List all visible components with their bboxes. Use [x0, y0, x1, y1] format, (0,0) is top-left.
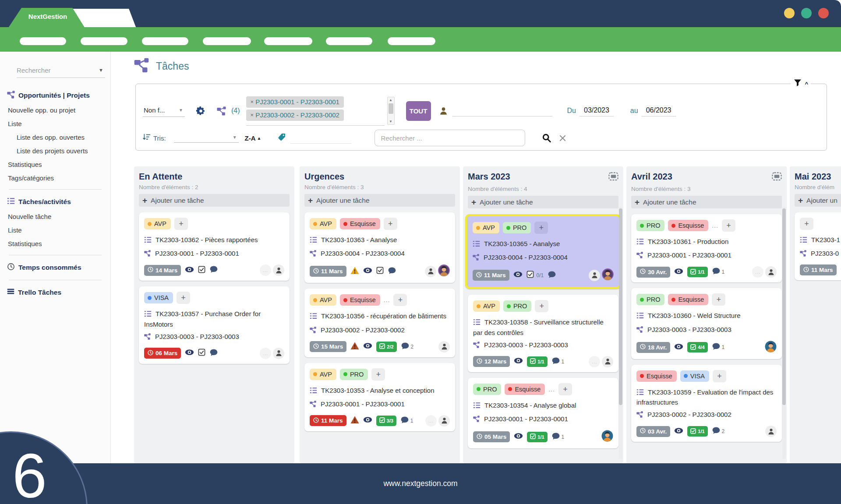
add-task-button[interactable]: +Ajouter une tâche — [304, 194, 455, 207]
comments[interactable]: 1 — [551, 356, 565, 367]
tag-badge-visa[interactable]: VISA — [144, 292, 173, 303]
tag-badge-avp[interactable]: AVP — [473, 222, 499, 233]
sidebar-search-select[interactable]: Rechercher ▼ — [17, 67, 105, 78]
task-card[interactable]: AVPPRO+TK2303-10358 - Surveillance struc… — [468, 295, 618, 372]
comments[interactable]: 1 — [400, 416, 413, 426]
watch-eye-icon[interactable] — [185, 265, 194, 276]
tag-badge-avp[interactable]: AVP — [144, 218, 171, 229]
sidebar-item[interactable]: Nouvelle opp. ou projet — [7, 103, 110, 117]
task-card[interactable]: PROEsquisse...+TK2303-10361 - Production… — [631, 214, 782, 282]
assignee-person-icon[interactable] — [589, 270, 600, 281]
avatar[interactable] — [438, 264, 450, 278]
comments[interactable] — [209, 348, 218, 359]
more-actions-button[interactable]: ... — [425, 415, 437, 426]
nav-item[interactable] — [20, 37, 66, 45]
window-dot-yellow[interactable] — [784, 8, 795, 18]
checklist-complete-badge[interactable]: 1/1 — [527, 356, 547, 367]
watch-eye-icon[interactable] — [363, 415, 372, 426]
watch-eye-icon[interactable] — [674, 426, 683, 437]
task-title-row[interactable]: TK2303-10363 - Aanalyse — [310, 236, 450, 246]
sidebar-item[interactable]: Tags/catégories — [7, 171, 110, 185]
tag-badge-pro[interactable]: PRO — [340, 369, 368, 380]
scroll-up-icon[interactable]: ▲ — [388, 98, 394, 102]
watch-eye-icon[interactable] — [185, 348, 194, 359]
sidebar-item[interactable]: Liste — [7, 223, 110, 237]
watch-eye-icon[interactable] — [674, 342, 683, 353]
task-title-row[interactable]: TK2303-10356 - récupération de bâtiments — [310, 312, 450, 322]
tag-badge-pro[interactable]: PRO — [636, 220, 664, 231]
add-badge-button[interactable]: + — [800, 218, 813, 230]
task-title-row[interactable]: TK2303-10354 - Analyse global — [473, 401, 613, 411]
task-card[interactable]: EsquisseVISA+TK2303-10359 - Evaluation d… — [631, 365, 782, 442]
task-title-row[interactable]: TK2303-10358 - Surveillance structurelle… — [473, 318, 613, 337]
column-screen-icon[interactable] — [772, 172, 782, 183]
more-actions-button[interactable]: ... — [260, 348, 271, 359]
checklist-icon[interactable] — [198, 349, 205, 358]
tag-badge-esquisse[interactable]: Esquisse — [340, 218, 380, 229]
project-chip[interactable]: ×PJ2303-0001 - PJ2303-0001 — [246, 96, 344, 108]
comments[interactable] — [209, 265, 218, 275]
more-actions-button[interactable]: ... — [589, 356, 600, 367]
tag-badge-esquisse[interactable]: Esquisse — [505, 384, 545, 395]
watch-eye-icon[interactable] — [674, 267, 683, 278]
nav-item[interactable] — [81, 37, 127, 45]
add-badge-button[interactable]: + — [174, 218, 188, 230]
task-card[interactable]: AVPEsquisse+TK2303-10363 - AanalysePJ230… — [304, 212, 455, 283]
assignee-person-icon[interactable] — [765, 426, 777, 437]
task-title-row[interactable]: TK2303-10359 - Evaluation de l'impact de… — [636, 388, 777, 407]
add-badge-button[interactable]: + — [712, 293, 725, 306]
sidebar-item[interactable]: Nouvelle tâche — [7, 210, 110, 223]
tag-icon[interactable] — [277, 133, 286, 143]
watch-eye-icon[interactable] — [514, 356, 523, 367]
avatar[interactable] — [602, 268, 614, 282]
comments[interactable]: 1 — [712, 342, 725, 352]
task-project-row[interactable]: PJ2303-0001 - PJ2303-0001 — [473, 415, 613, 423]
sidebar-section-1[interactable]: Tâches/activités — [7, 194, 110, 210]
task-card[interactable]: PROEsquisse...+TK2303-10354 - Analyse gl… — [468, 378, 618, 448]
comments[interactable] — [388, 266, 396, 277]
checklist-complete-badge[interactable]: 1/1 — [687, 267, 707, 277]
window-dot-green[interactable] — [801, 8, 812, 18]
tag-badge-avp[interactable]: AVP — [473, 300, 500, 312]
assignee-person-icon[interactable] — [273, 264, 284, 276]
tag-badge-esquisse[interactable]: Esquisse — [340, 294, 380, 306]
sidebar-section-2[interactable]: Temps consommés — [7, 260, 110, 275]
search-button[interactable] — [542, 133, 551, 143]
assignee-person-icon[interactable] — [602, 356, 613, 367]
sidebar-section-3[interactable]: Trello Tâches — [7, 285, 110, 300]
task-project-row[interactable]: PJ2303-0001 - PJ2303-0001 — [144, 250, 284, 258]
comments[interactable]: 2 — [712, 426, 725, 437]
nav-item[interactable] — [264, 37, 312, 45]
date-to-input[interactable]: 06/2023 — [642, 106, 676, 116]
task-card-highlighted[interactable]: AVPPRO+TK2303-10365 - AanalysePJ2303-000… — [465, 214, 621, 289]
status-filter-select[interactable]: Non f... ▼ — [143, 105, 185, 117]
add-badge-button[interactable]: + — [535, 300, 548, 312]
task-title-row[interactable]: TK2303-10360 - Weld Structure — [636, 311, 777, 321]
task-project-row[interactable]: PJ2303-0003 - PJ2303-0003 — [636, 326, 777, 334]
filter-toggle[interactable]: ^ — [791, 78, 811, 89]
column-scrollbar[interactable] — [619, 207, 622, 459]
assignee-person-icon[interactable] — [273, 348, 284, 359]
nav-item[interactable] — [388, 37, 435, 45]
assignee-person-icon[interactable] — [438, 341, 450, 352]
task-project-row[interactable]: PJ2303-0002 - PJ2303-0002 — [636, 411, 777, 419]
task-project-row[interactable]: PJ2303-0001 - PJ2303-0001 — [310, 400, 450, 409]
task-project-row[interactable]: PJ2303-0003 - PJ2303-0003 — [144, 333, 284, 341]
tag-badge-avp[interactable]: AVP — [310, 369, 336, 380]
checklist-complete-badge[interactable]: 4/4 — [687, 342, 707, 352]
task-card[interactable]: +TK2303-1PJ2303-011 Mars — [795, 212, 841, 280]
watch-eye-icon[interactable] — [513, 270, 523, 281]
checklist-icon[interactable] — [527, 271, 534, 280]
clear-search-button[interactable] — [558, 134, 567, 142]
tag-filter-input[interactable] — [290, 132, 352, 144]
nav-item[interactable] — [326, 37, 372, 45]
task-project-row[interactable]: PJ2303-0 — [800, 250, 841, 258]
task-title-row[interactable]: TK2303-1 — [800, 236, 841, 246]
add-badge-button[interactable]: + — [177, 292, 190, 304]
comments[interactable] — [548, 270, 556, 281]
remove-chip-icon[interactable]: × — [251, 99, 254, 105]
task-project-row[interactable]: PJ2303-0001 - PJ2303-0001 — [636, 251, 777, 260]
sort-order-toggle[interactable]: Z-A — [245, 134, 256, 142]
tag-badge-pro[interactable]: PRO — [503, 222, 531, 233]
tag-badge-esquisse[interactable]: Esquisse — [636, 370, 677, 382]
